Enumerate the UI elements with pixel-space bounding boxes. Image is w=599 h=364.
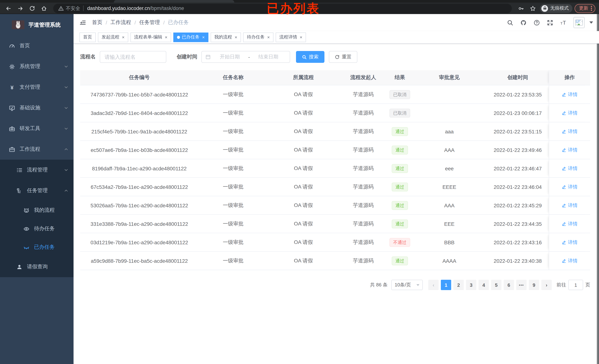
tab-close-icon[interactable]: × [202, 35, 205, 39]
goto-page-input[interactable] [568, 280, 583, 290]
page-button-6[interactable]: 6 [504, 280, 514, 290]
sidebar-item-infra[interactable]: 基础设施 [0, 98, 73, 118]
page-button-1[interactable]: 1 [441, 280, 451, 290]
cell-6: 2022-01-22 23:40:38 [487, 252, 549, 270]
sidebar-item-done-tasks[interactable]: 已办任务 [0, 238, 73, 257]
page-button-2[interactable]: 2 [453, 280, 464, 290]
help-icon[interactable] [534, 19, 540, 26]
cell-5: AAAA [412, 252, 487, 270]
breadcrumb-item-0[interactable]: 首页 [92, 19, 102, 26]
sidebar-item-leave-query[interactable]: 请假查询 [0, 257, 73, 277]
page-scrollbar[interactable] [597, 14, 599, 364]
github-icon[interactable] [520, 19, 527, 26]
page-button-9[interactable]: 9 [529, 280, 539, 290]
password-key-icon[interactable] [516, 3, 526, 13]
tab-close-icon[interactable]: × [300, 35, 302, 39]
sidebar-item-todo-tasks[interactable]: 待办任务 [0, 220, 73, 238]
result-badge: 通过 [392, 127, 408, 136]
detail-link[interactable]: 详情 [562, 202, 578, 209]
reload-icon[interactable] [27, 3, 37, 13]
app-logo[interactable]: 芋道管理系统 [0, 14, 73, 36]
cell-2: OA 请假 [268, 159, 339, 178]
cell-6: 2022-01-22 23:43:16 [487, 233, 549, 251]
sidebar-item-dev-tools[interactable]: 研发工具 [0, 118, 73, 139]
sidebar-item-process-mgmt[interactable]: 流程管理 [0, 160, 73, 180]
tab-close-icon[interactable]: × [165, 35, 167, 39]
table-row: 53026aa5-7b9a-11ec-a290-acde48001122一级审批… [80, 196, 590, 215]
page-button-3[interactable]: 3 [466, 280, 476, 290]
pagination-ellipsis[interactable]: ••• [516, 280, 527, 290]
cell-2: OA 请假 [268, 196, 339, 214]
tab-home[interactable]: 首页 [79, 32, 96, 42]
tab-close-icon[interactable]: × [122, 35, 124, 39]
tab-form-edit[interactable]: 流程表单-编辑× [131, 32, 171, 42]
sidebar-collapse-icon[interactable] [79, 19, 86, 26]
detail-link[interactable]: 详情 [562, 128, 578, 135]
chevron-up-icon [64, 188, 68, 193]
detail-link[interactable]: 详情 [562, 184, 578, 190]
detail-link[interactable]: 详情 [562, 239, 578, 246]
tab-done-tasks[interactable]: 已办任务× [173, 32, 208, 42]
cell-2: OA 请假 [268, 85, 339, 104]
sidebar-item-label: 系统管理 [20, 63, 64, 70]
tab-process-detail[interactable]: 流程详情× [276, 32, 306, 42]
cell-4: 已取消 [388, 85, 412, 104]
detail-link[interactable]: 详情 [562, 110, 578, 116]
cell-7: 详情 [549, 104, 590, 122]
back-icon[interactable] [4, 3, 13, 13]
next-page-button[interactable]: › [541, 280, 552, 290]
tab-todo-tasks[interactable]: 待办任务× [243, 32, 273, 42]
fullscreen-icon[interactable] [547, 19, 553, 26]
sidebar-item-system[interactable]: 系统管理 [0, 56, 73, 77]
forward-icon[interactable] [16, 3, 25, 13]
cell-5: eee [412, 159, 487, 178]
tab-close-icon[interactable]: × [235, 35, 237, 39]
detail-link[interactable]: 详情 [562, 221, 578, 227]
sidebar-item-label: 首页 [20, 43, 68, 49]
sidebar-item-workflow[interactable]: 工作流程 [0, 139, 73, 160]
search-button[interactable]: 搜索 [296, 51, 325, 63]
process-name-input[interactable] [100, 51, 166, 63]
sidebar: 芋道管理系统 首页系统管理¥支付管理基础设施研发工具工作流程流程管理任务管理我的… [0, 14, 73, 364]
sidebar-item-task-mgmt[interactable]: 任务管理 [0, 180, 73, 201]
avatar-caret-icon[interactable] [589, 21, 593, 24]
sidebar-item-home[interactable]: 首页 [0, 36, 73, 56]
tab-my-process[interactable]: 我的流程× [211, 32, 241, 42]
prev-page-button[interactable]: ‹ [428, 280, 439, 290]
page-button-4[interactable]: 4 [478, 280, 489, 290]
chevron-down-icon [64, 168, 68, 172]
tab-close-icon[interactable]: × [267, 35, 270, 39]
search-icon[interactable] [507, 19, 513, 26]
breadcrumb-item-1[interactable]: 工作流程 [110, 19, 131, 26]
bookmark-star-icon[interactable] [528, 3, 538, 13]
sidebar-item-label: 流程管理 [27, 167, 64, 173]
home-icon[interactable] [39, 3, 49, 13]
reset-button[interactable]: 重置 [329, 51, 357, 63]
chevron-down-icon [64, 85, 68, 89]
tab-start-process[interactable]: 发起流程× [98, 32, 128, 42]
browser-active-tab[interactable] [114, 0, 234, 3]
date-range-picker[interactable]: 开始日期 - 结束日期 [201, 51, 290, 63]
cell-3: 芋道源码 [339, 215, 388, 233]
cell-5 [412, 104, 487, 122]
security-warning-icon[interactable] [58, 5, 64, 12]
eye-closed-icon [22, 244, 31, 250]
detail-link[interactable]: 详情 [562, 165, 578, 172]
cell-6: 2022-01-22 23:49:46 [487, 141, 549, 159]
page-size-select[interactable]: 10条/页 [391, 280, 423, 290]
detail-link[interactable]: 详情 [562, 147, 578, 153]
goto-label: 前往 [556, 282, 566, 288]
detail-link[interactable]: 详情 [562, 257, 578, 264]
cell-4: 通过 [388, 141, 412, 159]
sidebar-item-payment[interactable]: ¥支付管理 [0, 77, 73, 98]
cell-0: 74736737-7b9b-11ec-b5b7-acde48001122 [80, 85, 198, 104]
breadcrumb-item-2[interactable]: 任务管理 [139, 19, 160, 26]
font-size-icon[interactable]: TT [560, 19, 566, 26]
table-row: 215cf4e5-7b9b-11ec-9a1b-acde48001122一级审批… [80, 122, 590, 141]
sidebar-item-my-process[interactable]: 我的流程 [0, 201, 73, 220]
detail-link[interactable]: 详情 [562, 91, 578, 98]
browser-menu-dots-icon[interactable] [591, 6, 592, 11]
avatar[interactable] [573, 17, 585, 28]
page-button-5[interactable]: 5 [491, 280, 502, 290]
browser-update-button[interactable]: 更新 [575, 4, 595, 13]
